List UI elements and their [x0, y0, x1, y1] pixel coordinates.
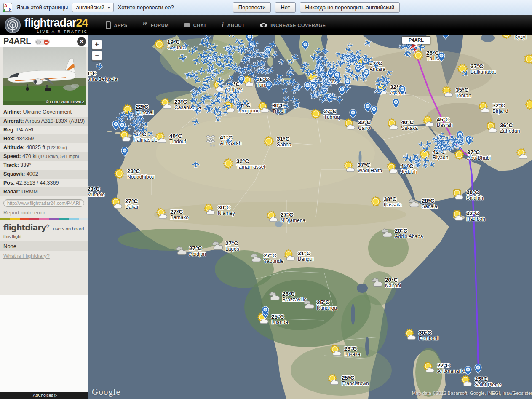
svg-text:27°C: 27°C: [125, 198, 138, 204]
main-nav: APPS ”FORUM CHAT iABOUT INCREASE COVERAG…: [106, 21, 326, 29]
svg-text:28°C: 28°C: [422, 198, 434, 204]
svg-text:20°C: 20°C: [395, 228, 407, 234]
phone-icon: [106, 21, 111, 29]
no-button[interactable]: Нет: [275, 2, 295, 13]
brand-text: flightradar: [24, 16, 76, 29]
svg-text:23°C: 23°C: [88, 186, 100, 192]
svg-text:Fomboni: Fomboni: [419, 335, 438, 341]
map[interactable]: 19°CCorunna21°CPonta Delgada22°CFunchal4…: [88, 35, 532, 399]
map-canvas[interactable]: 19°CCorunna21°CPonta Delgada22°CFunchal4…: [88, 35, 532, 399]
svg-text:23°C: 23°C: [174, 99, 187, 105]
close-icon[interactable]: ✕: [77, 37, 86, 46]
flightradar24-logo[interactable]: flightradar24 LIVE AIR TRAFFIC: [4, 17, 88, 34]
svg-text:Cairo: Cairo: [358, 125, 370, 131]
svg-text:26°C: 26°C: [282, 291, 295, 297]
svg-text:Tbilisi: Tbilisi: [426, 56, 439, 62]
nav-chat[interactable]: CHAT: [184, 23, 207, 28]
svg-text:30°C: 30°C: [419, 329, 431, 336]
flight-url-input[interactable]: [3, 199, 84, 207]
svg-text:30°C: 30°C: [218, 204, 230, 211]
svg-text:32°C: 32°C: [236, 158, 249, 164]
svg-text:Salalah: Salalah: [466, 195, 483, 201]
svg-text:N'Djamena: N'Djamena: [281, 217, 305, 223]
svg-text:38°C: 38°C: [384, 196, 396, 202]
adchoices-label: AdChoices ▷: [33, 393, 58, 398]
flight-detail-row: Aircraft: Airbus A319-133X (A319): [0, 117, 88, 126]
svg-text:45°C: 45°C: [437, 116, 449, 123]
nav-about[interactable]: iABOUT: [222, 21, 245, 29]
svg-text:Balkanabat: Balkanabat: [471, 69, 496, 75]
what-is-flightdiary-link[interactable]: What is Flightdiary?: [0, 251, 88, 261]
svg-text:37°C: 37°C: [471, 63, 483, 70]
svg-text:37°C: 37°C: [358, 162, 370, 168]
svg-text:25°C: 25°C: [317, 299, 329, 305]
weather-marker: 45°CBasrah: [423, 115, 453, 128]
svg-text:Dakar: Dakar: [125, 204, 139, 210]
svg-text:27°C: 27°C: [225, 240, 238, 246]
svg-text:Sana'a: Sana'a: [422, 204, 437, 209]
svg-text:Hadiboh: Hadiboh: [466, 216, 485, 222]
svg-text:Kyzyl: Kyzyl: [514, 35, 527, 40]
translate-button[interactable]: Перевести: [233, 2, 271, 13]
adchoices-bar[interactable]: AdChoices ▷: [0, 392, 88, 399]
flight-detail-row: Squawk: 4002: [0, 170, 88, 179]
svg-text:Abidjan: Abidjan: [189, 251, 206, 257]
svg-text:Bamako: Bamako: [170, 214, 189, 220]
svg-text:Addis Ababa: Addis Ababa: [395, 233, 423, 239]
weather-marker: 32°CBirjand: [479, 102, 508, 114]
selected-flight-label[interactable]: P4ARL: [402, 36, 430, 44]
flight-detail-row: Hex: 484359: [0, 134, 88, 143]
svg-text:37°C: 37°C: [467, 149, 480, 155]
svg-text:Kassala: Kassala: [384, 202, 402, 208]
aircraft-photo[interactable]: © LEOR YUDELOWITZ: [3, 47, 86, 105]
sound-toggle[interactable]: [35, 39, 50, 45]
svg-text:Tubruq: Tubruq: [324, 114, 340, 120]
weather-marker: 40°CSakaka: [387, 118, 418, 131]
svg-text:Lusaka: Lusaka: [344, 351, 361, 357]
chevron-down-icon: ▾: [108, 5, 110, 10]
nav-increase-coverage[interactable]: INCREASE COVERAGE: [260, 23, 326, 28]
svg-text:31°C: 31°C: [298, 250, 310, 257]
weather-marker: 27°CDakar: [111, 197, 139, 210]
ad-placeholder: [0, 295, 88, 393]
svg-text:Basrah: Basrah: [437, 122, 453, 128]
svg-text:Zahedan: Zahedan: [500, 128, 520, 134]
svg-text:Yaounde: Yaounde: [264, 258, 283, 264]
report-route-error-link[interactable]: Report route error: [3, 210, 85, 216]
never-translate-button[interactable]: Никогда не переводить английский: [300, 2, 400, 13]
nav-apps[interactable]: APPS: [106, 21, 128, 29]
flight-detail-row: Airline: Ukraine Government: [0, 108, 88, 117]
weather-marker: 35°CTehran: [442, 86, 471, 99]
nav-forum[interactable]: ”FORUM: [143, 23, 169, 28]
svg-text:27°C: 27°C: [264, 252, 276, 259]
radar-icon: [4, 17, 21, 34]
svg-text:Tamanrasset: Tamanrasset: [236, 164, 265, 170]
svg-text:26°C: 26°C: [426, 50, 439, 56]
svg-text:36°C: 36°C: [500, 122, 513, 129]
chat-bubble-icon: [184, 23, 190, 27]
flight-detail-row: Radar: URMM: [0, 187, 88, 196]
google-logo: Google: [92, 387, 120, 397]
flight-detail-row: Track: 339°: [0, 161, 88, 170]
flight-detail-row: Reg: P4-ARL: [0, 126, 88, 134]
svg-text:25°C: 25°C: [342, 375, 354, 381]
svg-text:Sabha: Sabha: [277, 142, 291, 147]
zoom-out-button[interactable]: −: [92, 51, 102, 61]
svg-text:27°C: 27°C: [281, 212, 293, 218]
svg-text:Tripoli: Tripoli: [272, 108, 286, 114]
svg-text:Birjand: Birjand: [492, 108, 508, 114]
svg-text:Ponta Delgada: Ponta Delgada: [88, 76, 118, 82]
translate-question: Хотите перевести ее?: [118, 4, 174, 11]
svg-text:Riyadh: Riyadh: [433, 155, 448, 161]
svg-text:Palmas de: Palmas de: [134, 137, 158, 143]
svg-text:Francistown: Francistown: [342, 380, 369, 386]
svg-text:Funchal: Funchal: [136, 110, 154, 115]
site-header: flightradar24 LIVE AIR TRAFFIC APPS ”FOR…: [0, 15, 532, 35]
svg-text:19°C: 19°C: [167, 39, 180, 45]
translate-bar-label: Язык этой страницы: [16, 4, 68, 11]
weather-marker: 31°CBangui: [284, 249, 313, 262]
svg-text:40°C: 40°C: [401, 119, 414, 126]
language-select[interactable]: английский ▾: [72, 3, 113, 12]
weather-marker: 30°CTripoli: [258, 102, 286, 114]
zoom-in-button[interactable]: +: [92, 40, 102, 50]
